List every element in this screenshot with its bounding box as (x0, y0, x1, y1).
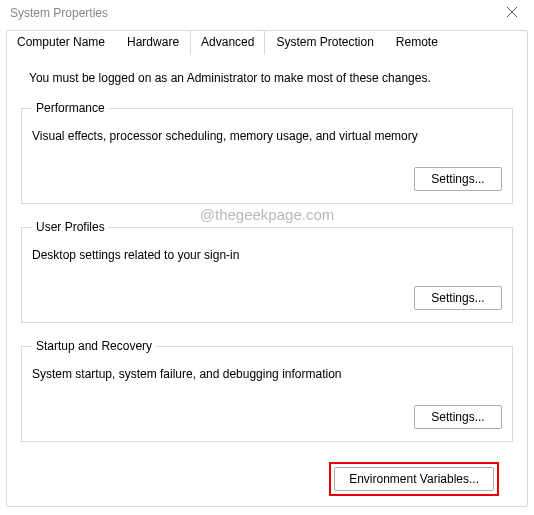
tab-computer-name[interactable]: Computer Name (6, 30, 116, 55)
performance-desc: Visual effects, processor scheduling, me… (32, 129, 502, 143)
user-profiles-group: User Profiles Desktop settings related t… (21, 220, 513, 323)
user-profiles-title: User Profiles (32, 220, 109, 234)
tab-content-advanced: You must be logged on as an Administrato… (7, 53, 527, 506)
close-icon (507, 7, 517, 17)
performance-title: Performance (32, 101, 109, 115)
startup-recovery-title: Startup and Recovery (32, 339, 156, 353)
startup-recovery-settings-button[interactable]: Settings... (414, 405, 502, 429)
startup-recovery-group: Startup and Recovery System startup, sys… (21, 339, 513, 442)
admin-notice: You must be logged on as an Administrato… (29, 71, 513, 85)
user-profiles-settings-button[interactable]: Settings... (414, 286, 502, 310)
close-button[interactable] (498, 6, 526, 20)
tab-row: Computer Name Hardware Advanced System P… (6, 30, 528, 54)
tab-remote[interactable]: Remote (385, 30, 449, 55)
tab-container: Computer Name Hardware Advanced System P… (6, 30, 528, 507)
performance-settings-button[interactable]: Settings... (414, 167, 502, 191)
tab-hardware[interactable]: Hardware (116, 30, 190, 55)
environment-variables-button[interactable]: Environment Variables... (334, 467, 494, 491)
highlight-box: Environment Variables... (329, 462, 499, 496)
startup-recovery-desc: System startup, system failure, and debu… (32, 367, 502, 381)
user-profiles-desc: Desktop settings related to your sign-in (32, 248, 502, 262)
titlebar: System Properties (0, 0, 534, 26)
performance-group: Performance Visual effects, processor sc… (21, 101, 513, 204)
window-title: System Properties (10, 6, 108, 20)
tab-advanced[interactable]: Advanced (190, 30, 265, 55)
tab-system-protection[interactable]: System Protection (265, 30, 384, 55)
